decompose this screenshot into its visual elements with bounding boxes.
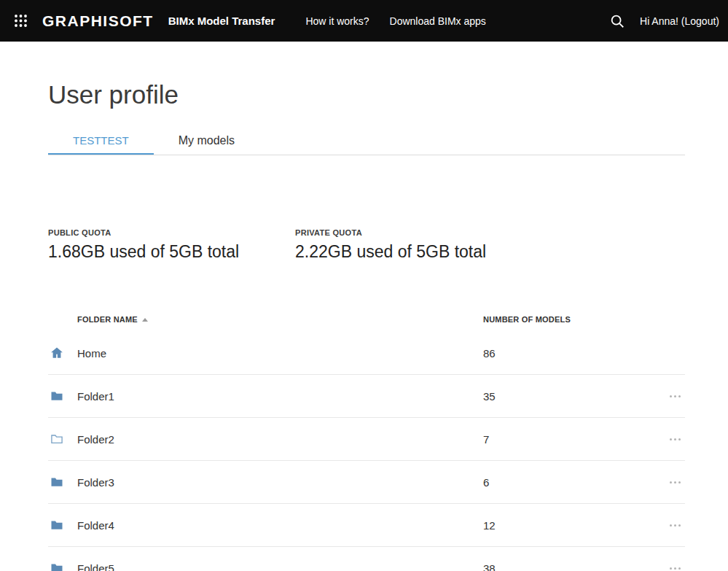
public-quota-label: PUBLIC QUOTA [48,228,295,237]
folder-filled-icon-svg [50,389,64,403]
public-quota: PUBLIC QUOTA 1.68GB used of 5GB total [48,228,295,262]
model-count: 38 [483,562,653,571]
search-icon[interactable] [605,9,630,34]
table-row-home[interactable]: Home 86 [48,332,685,375]
table-row-folder2[interactable]: Folder2 7 [48,418,685,461]
folders-table: FOLDER NAME NUMBER OF MODELS Home 86 [48,307,685,571]
home-icon-svg [50,346,64,360]
tab-bar: TESTTEST My models [48,127,685,155]
private-quota: PRIVATE QUOTA 2.22GB used of 5GB total [295,228,542,262]
folder-outline-icon [48,432,77,446]
folder-filled-icon [48,518,77,532]
model-count: 6 [483,476,653,489]
model-count: 12 [483,519,653,532]
row-menu-cell [653,520,685,531]
apps-grid-icon-svg [14,14,28,28]
private-quota-label: PRIVATE QUOTA [295,228,542,237]
app-title: BIMx Model Transfer [168,15,275,27]
more-options-icon[interactable] [668,477,682,488]
table-row-folder5[interactable]: Folder5 38 [48,547,685,571]
table-row-folder3[interactable]: Folder3 6 [48,461,685,504]
folder-filled-icon [48,561,77,571]
table-row-folder4[interactable]: Folder4 12 [48,504,685,547]
folder-name: Folder2 [77,433,483,446]
tab-my-models[interactable]: My models [154,127,259,155]
nav-how-it-works[interactable]: How it works? [305,15,369,27]
quota-section: PUBLIC QUOTA 1.68GB used of 5GB total PR… [48,228,685,262]
folder-name: Home [77,347,483,360]
more-options-icon[interactable] [668,434,682,445]
public-quota-value: 1.68GB used of 5GB total [48,242,295,262]
folder-name: Folder1 [77,390,483,403]
folder-filled-icon-svg [50,475,64,489]
model-count: 7 [483,433,653,446]
home-icon [48,346,77,360]
folder-name: Folder3 [77,476,483,489]
main-content: User profile TESTTEST My models PUBLIC Q… [0,80,728,571]
folder-filled-icon-svg [50,561,64,571]
row-menu-cell [653,391,685,402]
more-options-icon[interactable] [668,391,682,402]
user-logout-link[interactable]: Hi Anna! (Logout) [640,15,719,27]
tab-testtest[interactable]: TESTTEST [48,127,154,155]
folder-outline-icon-svg [50,432,64,446]
models-header-label: NUMBER OF MODELS [483,315,571,324]
private-quota-value: 2.22GB used of 5GB total [295,242,542,262]
row-menu-cell [653,563,685,571]
top-nav: How it works? Download BIMx apps [305,15,485,27]
sort-ascending-icon [142,318,148,322]
folder-filled-icon-svg [50,518,64,532]
nav-download-bimx-apps[interactable]: Download BIMx apps [390,15,486,27]
model-count: 86 [483,347,653,360]
search-icon-svg [609,13,625,29]
more-options-icon[interactable] [668,563,682,571]
folder-filled-icon [48,475,77,489]
table-header: FOLDER NAME NUMBER OF MODELS [48,307,685,332]
folder-filled-icon [48,389,77,403]
table-row-folder1[interactable]: Folder1 35 [48,375,685,418]
folder-name: Folder5 [77,562,483,571]
graphisoft-logo[interactable]: GRAPHISOFT [42,12,154,30]
more-options-icon[interactable] [668,520,682,531]
folder-name-header-label: FOLDER NAME [77,315,138,324]
column-header-number-of-models: NUMBER OF MODELS [483,315,653,324]
folder-name: Folder4 [77,519,483,532]
row-menu-cell [653,434,685,445]
row-menu-cell [653,477,685,488]
apps-grid-icon[interactable] [0,0,41,42]
model-count: 35 [483,390,653,403]
page-title: User profile [48,80,685,109]
column-header-folder-name[interactable]: FOLDER NAME [77,315,483,324]
top-bar: GRAPHISOFT BIMx Model Transfer How it wo… [0,0,728,42]
